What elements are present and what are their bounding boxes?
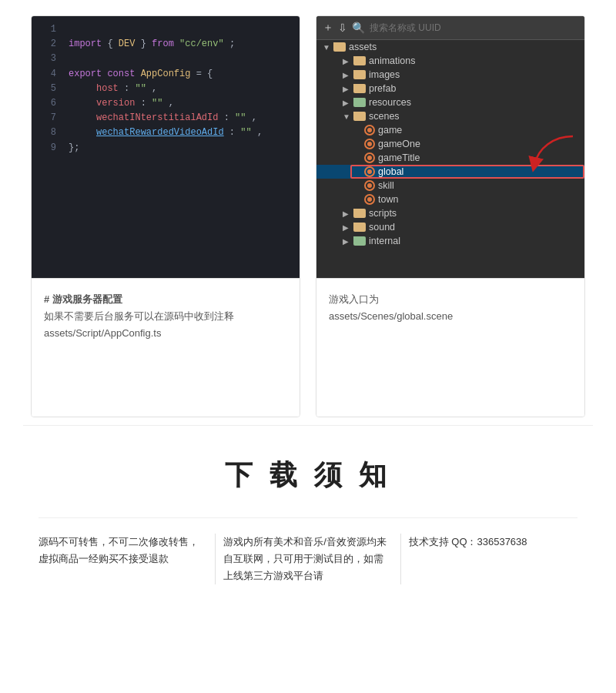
search-input[interactable] xyxy=(370,22,578,33)
tree-item-prefab[interactable]: ▶ prefab xyxy=(316,82,584,95)
tree-item-label: town xyxy=(378,194,398,205)
line-num: 7 xyxy=(41,111,56,126)
tree-item-skill[interactable]: skill xyxy=(316,179,584,192)
folder-icon xyxy=(353,112,366,121)
expand-arrow xyxy=(353,140,364,149)
tree-item-scripts[interactable]: ▶ scripts xyxy=(316,206,584,220)
tree-item-sound[interactable]: ▶ sound xyxy=(316,220,584,234)
resources-folder-icon xyxy=(353,98,366,107)
add-icon[interactable]: ＋ xyxy=(323,21,333,35)
tree-item-images[interactable]: ▶ images xyxy=(316,68,584,82)
line-num: 3 xyxy=(41,52,56,66)
tree-item-global[interactable]: global xyxy=(316,165,584,179)
right-card-desc: 游戏入口为assets/Scenes/global.scene xyxy=(316,278,584,417)
scene-icon xyxy=(364,152,375,163)
line-num: 4 xyxy=(41,67,56,82)
line-num: 9 xyxy=(41,141,56,156)
tree-item-resources[interactable]: ▶ resources xyxy=(316,95,584,109)
desc-comment: # 游戏服务器配置 如果不需要后台服务可以在源码中收到注释 assets/Scr… xyxy=(44,291,287,342)
tree-item-label: internal xyxy=(369,236,400,246)
tree-body: ▼ assets ▶ animations ▶ images xyxy=(316,40,584,248)
expand-arrow xyxy=(353,126,364,135)
folder-icon xyxy=(353,209,366,218)
expand-arrow: ▶ xyxy=(343,209,353,218)
tree-item-label: scenes xyxy=(369,111,400,122)
folder-icon xyxy=(353,70,366,79)
file-tree-toolbar: ＋ ⇩ 🔍 xyxy=(316,16,584,40)
code-line-2: 2 import { DEV } from "cc/env" ; xyxy=(41,37,290,52)
tree-item-label: game xyxy=(378,125,402,136)
line-num: 8 xyxy=(41,126,56,140)
folder-icon xyxy=(333,42,346,52)
tree-item-label: scripts xyxy=(369,208,397,219)
title-divider xyxy=(38,517,578,518)
notice-col-3: 技术支持 QQ：336537638 xyxy=(401,534,585,584)
tree-item-label: images xyxy=(369,69,400,80)
line-num: 6 xyxy=(41,96,56,111)
tree-item-gameTitle[interactable]: gameTitle xyxy=(316,151,584,165)
notice-text-2: 游戏内所有美术和音乐/音效资源均来自互联网，只可用于测试目的，如需上线第三方游戏… xyxy=(223,536,387,581)
notice-text-3: 技术支持 QQ：336537638 xyxy=(409,536,527,547)
tree-item-label: prefab xyxy=(369,83,396,94)
tree-item-assets[interactable]: ▼ assets xyxy=(316,40,584,54)
code-line-7: 7 wechatINterstitialAdId : "" , xyxy=(41,111,290,126)
expand-arrow: ▶ xyxy=(343,71,353,79)
code-line-8: 8 wechatRewardedVideoAdId : "" , xyxy=(41,126,290,140)
code-editor: 1 2 import { DEV } from "cc/env" ; xyxy=(32,16,300,278)
tree-item-town[interactable]: town xyxy=(316,192,584,206)
expand-arrow: ▶ xyxy=(343,99,353,107)
tree-item-animations[interactable]: ▶ animations xyxy=(316,54,584,68)
scene-icon xyxy=(364,125,375,136)
code-line-5: 5 host : "" , xyxy=(41,82,290,96)
tree-item-label: gameOne xyxy=(378,139,420,149)
expand-arrow xyxy=(353,196,364,204)
expand-arrow: ▶ xyxy=(343,223,353,232)
search-icon[interactable]: 🔍 xyxy=(352,22,365,34)
code-line-1: 1 xyxy=(41,22,290,37)
file-tree-card: ＋ ⇩ 🔍 ▼ assets ▶ xyxy=(316,15,585,417)
scene-icon xyxy=(364,180,375,191)
line-num: 2 xyxy=(41,37,56,52)
line-num: 1 xyxy=(41,22,56,37)
folder-icon xyxy=(353,84,366,93)
import-icon[interactable]: ⇩ xyxy=(338,22,347,34)
right-desc-text: 游戏入口为assets/Scenes/global.scene xyxy=(329,291,572,325)
download-title: 下 载 须 知 xyxy=(23,457,593,494)
notice-col-1: 源码不可转售，不可二次修改转售，虚拟商品一经购买不接受退款 xyxy=(31,534,216,584)
scenes-container: ▼ scenes game xyxy=(316,109,584,206)
line-num: 5 xyxy=(41,82,56,96)
expand-arrow: ▼ xyxy=(343,112,353,121)
tree-item-label: sound xyxy=(369,222,395,233)
scene-icon xyxy=(364,194,375,205)
notice-col-2: 游戏内所有美术和音乐/音效资源均来自互联网，只可用于测试目的，如需上线第三方游戏… xyxy=(216,534,400,584)
code-line-3: 3 xyxy=(41,52,290,66)
tree-item-label: global xyxy=(378,166,403,177)
tree-item-label: assets xyxy=(349,42,377,52)
expand-arrow: ▶ xyxy=(343,57,353,65)
code-line-9: 9 }; xyxy=(41,141,290,156)
folder-icon xyxy=(353,56,366,65)
expand-arrow xyxy=(353,154,364,162)
tree-item-game[interactable]: game xyxy=(316,123,584,137)
scene-icon xyxy=(364,166,375,177)
expand-arrow: ▶ xyxy=(343,237,353,246)
internal-folder-icon xyxy=(353,236,366,246)
tree-item-label: resources xyxy=(369,97,411,108)
tree-item-label: skill xyxy=(378,180,394,191)
notice-grid: 源码不可转售，不可二次修改转售，虚拟商品一经购买不接受退款 游戏内所有美术和音乐… xyxy=(23,534,593,584)
left-card-desc: # 游戏服务器配置 如果不需要后台服务可以在源码中收到注释 assets/Scr… xyxy=(32,278,300,417)
tree-item-gameOne[interactable]: gameOne xyxy=(316,137,584,151)
code-line-4: 4 export const AppConfig = { xyxy=(41,67,290,82)
expand-arrow: ▶ xyxy=(343,85,353,93)
file-tree-panel: ＋ ⇩ 🔍 ▼ assets ▶ xyxy=(316,16,584,278)
tree-item-label: gameTitle xyxy=(378,152,420,163)
expand-arrow xyxy=(353,182,364,190)
tree-item-scenes[interactable]: ▼ scenes xyxy=(316,109,584,123)
code-line-6: 6 version : "" , xyxy=(41,96,290,111)
tree-item-internal[interactable]: ▶ internal xyxy=(316,234,584,248)
cards-row: 1 2 import { DEV } from "cc/env" ; xyxy=(8,8,608,425)
tree-item-label: animations xyxy=(369,55,415,66)
download-section: 下 载 须 知 源码不可转售，不可二次修改转售，虚拟商品一经购买不接受退款 游戏… xyxy=(8,426,608,608)
code-editor-card: 1 2 import { DEV } from "cc/env" ; xyxy=(31,15,300,417)
folder-icon xyxy=(353,223,366,232)
